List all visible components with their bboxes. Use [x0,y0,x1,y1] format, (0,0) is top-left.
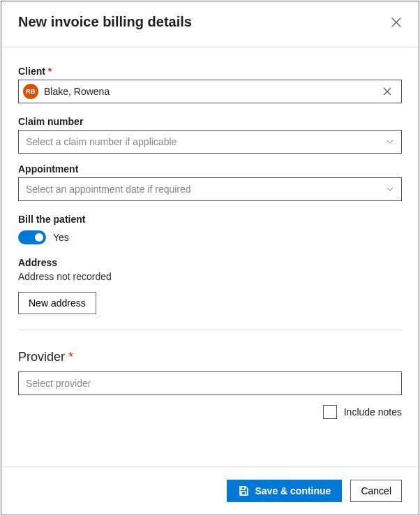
chevron-down-icon [386,185,394,193]
save-icon [238,485,249,496]
bill-patient-toggle[interactable] [18,230,46,244]
provider-label: Provider * [18,350,402,364]
address-field: Address Address not recorded New address [18,257,402,314]
claim-label: Claim number [18,116,402,127]
provider-field: Provider * Select provider [18,350,402,395]
modal-body: Client * RB Blake, Rowena Claim number S… [1,47,419,466]
bill-patient-label: Bill the patient [18,214,402,225]
client-value: Blake, Rowena [44,86,377,97]
claim-field: Claim number Select a claim number if ap… [18,116,402,154]
provider-placeholder: Select provider [19,378,98,389]
modal-panel: New invoice billing details Client * RB … [1,1,419,515]
client-chip: RB Blake, Rowena [19,84,401,99]
new-address-button[interactable]: New address [18,292,96,314]
cancel-button[interactable]: Cancel [350,480,402,502]
claim-select[interactable]: Select a claim number if applicable [18,130,402,154]
appointment-label: Appointment [18,163,402,175]
client-field: Client * RB Blake, Rowena [18,66,402,103]
include-notes-checkbox[interactable] [323,405,337,419]
client-select[interactable]: RB Blake, Rowena [18,80,402,103]
bill-patient-field: Bill the patient Yes [18,214,402,244]
save-continue-button[interactable]: Save & continue [227,480,342,502]
clear-client-icon[interactable] [383,87,391,96]
bill-patient-toggle-row: Yes [18,230,402,244]
modal-header: New invoice billing details [1,1,419,47]
provider-select[interactable]: Select provider [18,371,402,395]
include-notes-label: Include notes [344,406,402,418]
appointment-placeholder: Select an appointment date if required [19,184,198,195]
required-marker: * [48,66,52,77]
section-divider [18,330,402,330]
appointment-field: Appointment Select an appointment date i… [18,163,402,201]
bill-patient-value: Yes [53,232,69,243]
svg-rect-5 [241,492,246,495]
address-value: Address not recorded [18,271,402,282]
modal-title: New invoice billing details [18,14,192,30]
close-icon[interactable] [391,17,402,28]
client-label: Client * [18,66,402,77]
toggle-knob [35,233,43,242]
appointment-select[interactable]: Select an appointment date if required [18,177,402,201]
address-label: Address [18,257,402,268]
svg-rect-4 [241,487,245,489]
chevron-down-icon [386,138,394,146]
claim-placeholder: Select a claim number if applicable [19,136,183,147]
client-avatar: RB [23,84,38,99]
modal-footer: Save & continue Cancel [1,466,419,515]
include-notes-row: Include notes [18,405,402,419]
required-marker: * [68,350,73,364]
